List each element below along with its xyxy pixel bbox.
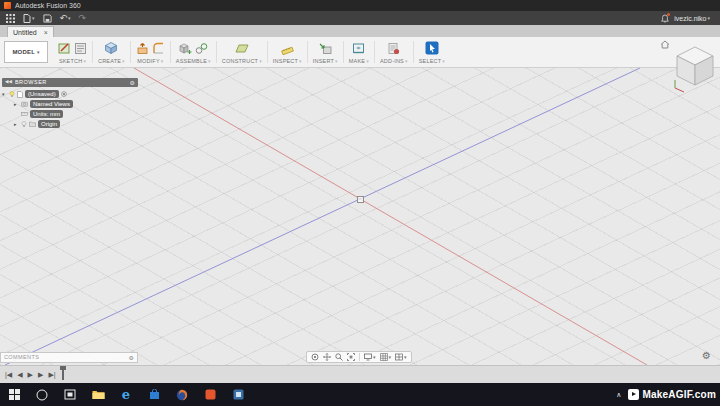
construction-plane-icon[interactable]: [235, 42, 249, 55]
file-menu-button[interactable]: ▾: [23, 14, 35, 23]
tree-item-label[interactable]: Named Views: [30, 100, 73, 108]
ribbon-group-assemble: ASSEMBLE▾: [171, 37, 216, 67]
step-forward-button[interactable]: ▶: [38, 371, 43, 378]
ribbon-group-label[interactable]: CREATE: [98, 58, 121, 64]
home-view-icon[interactable]: [660, 40, 670, 49]
comments-settings-gear-icon[interactable]: ⚙: [129, 355, 134, 361]
save-button[interactable]: [43, 14, 52, 23]
ribbon-group-label[interactable]: INSPECT: [273, 58, 298, 64]
data-panel-button[interactable]: [6, 14, 15, 23]
tree-item-label[interactable]: (Unsaved): [25, 90, 59, 98]
navigation-bar: ▾ ▾ ▾: [306, 351, 412, 363]
cortana-search-button[interactable]: [35, 388, 49, 402]
sketch-palette-icon[interactable]: [74, 42, 87, 55]
view-cube-icon[interactable]: [672, 44, 718, 94]
skip-to-start-button[interactable]: |◀: [5, 371, 12, 378]
caret-down-icon: ▾: [707, 16, 710, 21]
zoom-button[interactable]: [335, 353, 343, 361]
expand-arrow-icon[interactable]: ▸: [14, 122, 19, 127]
tree-item-origin[interactable]: ▸ Origin: [2, 119, 138, 129]
ribbon-group-label[interactable]: SELECT: [419, 58, 442, 64]
active-component-radio-icon[interactable]: [61, 91, 67, 97]
tree-item-label[interactable]: Units: mm: [30, 110, 63, 118]
start-button[interactable]: [7, 388, 21, 402]
tree-item-units[interactable]: Units: mm: [2, 109, 138, 119]
ribbon-group-label[interactable]: CONSTRUCT: [222, 58, 258, 64]
tab-untitled[interactable]: Untitled ×: [7, 26, 54, 37]
comments-panel[interactable]: COMMENTS ⚙: [0, 352, 138, 363]
pinned-app-button[interactable]: [231, 388, 245, 402]
watermark-text: MakeAGIF.com: [642, 390, 716, 400]
caret-down-icon: ▾: [259, 59, 262, 64]
caret-down-icon: ▾: [122, 59, 125, 64]
measure-icon[interactable]: [281, 42, 294, 55]
tab-close-icon[interactable]: ×: [44, 29, 48, 36]
caret-down-icon: ▾: [405, 59, 408, 64]
origin-point-marker[interactable]: [357, 196, 364, 203]
tree-item-named-views[interactable]: ▸ Named Views: [2, 99, 138, 109]
step-back-button[interactable]: ◀: [17, 371, 22, 378]
tab-label: Untitled: [13, 29, 37, 36]
play-button[interactable]: ▶: [28, 371, 33, 378]
fusion-app-button[interactable]: [203, 388, 217, 402]
new-component-icon[interactable]: [179, 42, 192, 55]
ribbon-group-label[interactable]: SKETCH: [59, 58, 83, 64]
create-sketch-icon[interactable]: [58, 42, 71, 55]
store-app-button[interactable]: [147, 388, 161, 402]
tree-item-label[interactable]: Origin: [38, 120, 60, 128]
skip-to-end-button[interactable]: ▶|: [48, 371, 55, 378]
collapse-panel-icon[interactable]: ◀◀: [5, 80, 12, 85]
ribbon-group-make: MAKE▾: [344, 37, 374, 67]
application-toolbar: ▾ ↶ ▾ ↷ ivezic.niko ▾: [0, 11, 720, 25]
visibility-bulb-icon[interactable]: [21, 121, 27, 127]
fillet-icon[interactable]: [152, 42, 165, 55]
file-explorer-button[interactable]: [91, 388, 105, 402]
ribbon-group-label[interactable]: ASSEMBLE: [176, 58, 207, 64]
ribbon-group-select: SELECT▾: [414, 37, 450, 67]
browser-header[interactable]: ◀◀ BROWSER ⚙: [2, 78, 138, 87]
ribbon-group-label[interactable]: MODIFY: [137, 58, 160, 64]
tray-show-hidden-icons[interactable]: ∧: [616, 391, 621, 398]
select-cursor-icon[interactable]: [425, 41, 439, 55]
insert-icon[interactable]: [319, 42, 332, 55]
joint-icon[interactable]: [195, 42, 208, 55]
expand-arrow-icon[interactable]: ▸: [14, 102, 19, 107]
visibility-bulb-icon[interactable]: [9, 91, 15, 97]
pan-button[interactable]: [323, 353, 331, 361]
make-3d-print-icon[interactable]: [352, 42, 365, 55]
caret-down-icon: ▾: [208, 59, 211, 64]
orbit-button[interactable]: [311, 353, 319, 361]
task-view-button[interactable]: [63, 388, 77, 402]
viewports-button[interactable]: ▾: [395, 353, 407, 361]
view-cube-widget[interactable]: [660, 40, 718, 98]
grid-snap-button[interactable]: ▾: [380, 353, 392, 361]
viewports-icon: [395, 353, 403, 361]
ribbon-group-label[interactable]: ADD-INS: [380, 58, 404, 64]
workspace-switcher[interactable]: MODEL ▾: [4, 41, 48, 63]
ribbon-group-label[interactable]: INSERT: [313, 58, 334, 64]
expand-arrow-icon[interactable]: ▾: [2, 92, 7, 97]
edge-browser-button[interactable]: e: [119, 388, 133, 402]
caret-down-icon: ▾: [442, 59, 445, 64]
user-account-menu[interactable]: ivezic.niko ▾: [674, 15, 710, 22]
firefox-icon: [176, 389, 188, 401]
press-pull-icon[interactable]: [136, 42, 149, 55]
camera-icon: [21, 101, 28, 107]
undo-button[interactable]: ↶ ▾: [60, 14, 71, 23]
notifications-button[interactable]: [661, 14, 669, 23]
timeline-position-marker[interactable]: [62, 368, 64, 380]
tree-item-document[interactable]: ▾ (Unsaved): [2, 89, 138, 99]
browser-settings-gear-icon[interactable]: ⚙: [130, 80, 135, 86]
preferences-gear-icon[interactable]: ⚙: [702, 351, 711, 361]
create-box-icon[interactable]: [104, 41, 118, 55]
firefox-browser-button[interactable]: [175, 388, 189, 402]
ribbon-group-label[interactable]: MAKE: [349, 58, 365, 64]
scripts-addins-icon[interactable]: [387, 42, 400, 55]
caret-down-icon: ▾: [299, 59, 302, 64]
windows-taskbar: e ∧ Make: [0, 383, 720, 406]
redo-button[interactable]: ↷: [79, 14, 87, 23]
display-settings-button[interactable]: ▾: [364, 353, 376, 361]
x-axis-line[interactable]: [134, 68, 647, 365]
fit-view-button[interactable]: [347, 353, 355, 361]
caret-down-icon: ▾: [161, 59, 164, 64]
